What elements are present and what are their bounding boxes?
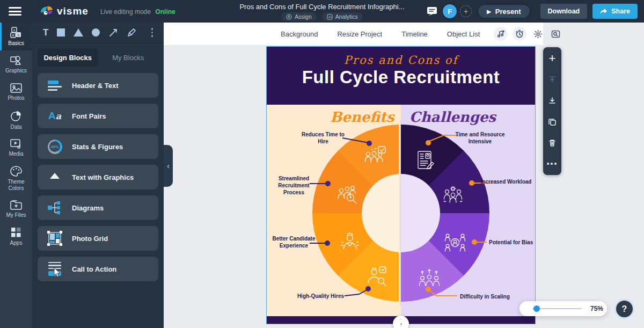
zoom-slider[interactable] — [532, 308, 582, 309]
block-stats-and-figures[interactable]: 40% Stats & Figures — [38, 134, 158, 159]
assign-person-icon — [286, 14, 292, 20]
object-actions-toolbar: + ••• — [543, 47, 561, 175]
sidebar-label: Graphics — [5, 68, 27, 74]
block-label: Stats & Figures — [72, 143, 123, 151]
sidebar-item-data[interactable]: Data — [0, 106, 32, 134]
visme-logo[interactable]: visme — [40, 5, 89, 17]
triangle-tool-icon[interactable] — [74, 28, 83, 37]
design-blocks-list: Header & Text Aa Font Pairs 40% Stats & … — [38, 73, 158, 281]
center-divider — [400, 121, 401, 306]
preview-search-icon[interactable] — [549, 27, 562, 40]
bias-people-icon — [443, 231, 467, 254]
design-panel: T Design Blocks My Blocks Header & Text … — [32, 23, 164, 328]
sidebar-item-graphics[interactable]: Graphics — [0, 50, 32, 78]
panel-collapse-chevron-icon[interactable]: ‹ — [164, 145, 173, 187]
block-call-to-action[interactable]: Call to Action — [38, 257, 158, 281]
top-bar: visme Live editing mode Online Pros and … — [0, 0, 644, 23]
infographic-eyebrow[interactable]: Pros and Cons of — [267, 54, 535, 67]
pros-cons-donut-chart[interactable] — [312, 125, 489, 302]
block-header-and-text[interactable]: Header & Text — [38, 73, 158, 98]
user-avatar[interactable]: F — [443, 4, 457, 18]
challenge-label[interactable]: Difficulty in Scaling — [460, 293, 510, 300]
add-object-button[interactable]: + — [546, 52, 559, 65]
duplicate-button[interactable] — [546, 115, 559, 128]
block-photo-grid[interactable]: Photo Grid — [38, 226, 158, 251]
play-icon: ▶ — [487, 9, 491, 14]
sidebar-item-photos[interactable]: Photos — [0, 78, 32, 106]
help-button[interactable]: ? — [614, 299, 634, 319]
tab-my-blocks[interactable]: My Blocks — [98, 48, 159, 67]
assign-button[interactable]: Assign — [281, 12, 317, 21]
infographic-title[interactable]: Full Cycle Recruitment — [267, 67, 535, 88]
challenges-heading[interactable]: Challenges — [409, 109, 490, 125]
shapes-icon — [10, 55, 22, 65]
sidebar-item-basics[interactable]: ABC Basics — [0, 23, 32, 50]
scaling-people-icon — [418, 267, 441, 291]
challenge-label[interactable]: Potential for Bias — [489, 239, 533, 246]
more-actions-icon[interactable]: ••• — [546, 157, 559, 170]
benefit-label[interactable]: Better Candidate Experience — [268, 235, 319, 249]
music-plus-icon[interactable] — [494, 27, 508, 41]
svg-text:B: B — [12, 34, 14, 37]
challenge-label[interactable]: Increased Workload — [477, 178, 535, 185]
benefit-label[interactable]: Streamlined Recruitment Process — [268, 175, 319, 196]
zoom-slider-thumb[interactable] — [533, 305, 540, 312]
sidebar-label: My Files — [6, 212, 26, 218]
block-label: Text with Graphics — [72, 173, 134, 181]
tab-design-blocks[interactable]: Design Blocks — [38, 48, 98, 67]
text-tool-icon[interactable]: T — [43, 27, 48, 38]
zoom-percentage: 75% — [590, 305, 603, 312]
challenge-label[interactable]: Time and Resource Intensive — [449, 131, 511, 145]
chevron-up-icon: ˆ — [400, 318, 402, 323]
square-tool-icon[interactable] — [57, 28, 65, 37]
timer-icon[interactable] — [513, 27, 526, 41]
background-link[interactable]: Background — [281, 30, 318, 38]
benefit-label[interactable]: High-Quality Hires — [290, 293, 352, 300]
team-search-icon: ? — [336, 183, 360, 206]
infographic-header[interactable]: Pros and Cons of Full Cycle Recruitment — [267, 47, 535, 105]
present-button[interactable]: ▶ Present — [477, 4, 530, 19]
benefits-heading[interactable]: Benefits — [322, 109, 402, 125]
hamburger-menu-icon[interactable] — [9, 7, 21, 16]
move-up-button[interactable] — [546, 73, 559, 86]
comments-icon[interactable] — [427, 6, 437, 16]
pen-tool-icon[interactable] — [127, 28, 136, 38]
move-down-button[interactable] — [546, 94, 559, 107]
delete-button[interactable] — [546, 136, 559, 149]
sidebar-item-theme-colors[interactable]: Theme Colors — [0, 162, 32, 195]
sidebar-item-my-files[interactable]: My Files — [0, 195, 32, 223]
share-button[interactable]: Share — [592, 4, 638, 19]
download-button[interactable]: Download — [540, 4, 588, 19]
sidebar-label: Media — [9, 151, 23, 157]
benefit-label[interactable]: Reduces Time to Hire — [296, 131, 350, 145]
infographic-canvas[interactable]: Pros and Cons of Full Cycle Recruitment … — [267, 47, 535, 324]
block-font-pairs[interactable]: Aa Font Pairs — [38, 104, 158, 128]
block-label: Header & Text — [72, 82, 118, 90]
settings-gear-icon[interactable] — [531, 27, 544, 40]
resize-project-link[interactable]: Resize Project — [337, 30, 382, 38]
pie-chart-icon — [10, 110, 22, 122]
canvas-resize-handle[interactable]: ˆˇ — [393, 316, 409, 328]
circle-tool-icon[interactable] — [92, 28, 100, 37]
block-diagrams[interactable]: Diagrams — [38, 195, 158, 220]
timeline-link[interactable]: Timeline — [401, 30, 428, 38]
sidebar-label: Theme Colors — [1, 179, 31, 191]
apps-grid-icon — [11, 227, 21, 238]
more-tools-icon[interactable] — [151, 28, 153, 37]
sidebar-label: Photos — [8, 95, 24, 101]
sidebar-item-media[interactable]: Media — [0, 134, 32, 162]
canvas-toolbar: Background Resize Project Timeline Objec… — [164, 23, 543, 46]
arrow-tool-icon[interactable] — [108, 28, 118, 38]
cta-icon — [46, 262, 63, 276]
document-title[interactable]: Pros and Cons of Full Cycle Recruitment … — [182, 3, 462, 11]
object-list-link[interactable]: Object List — [447, 30, 480, 38]
share-arrow-icon — [600, 8, 608, 14]
svg-text:C: C — [18, 33, 20, 37]
quality-hire-icon — [365, 265, 389, 289]
block-text-with-graphics[interactable]: Text with Graphics — [38, 165, 158, 189]
block-label: Font Pairs — [72, 112, 106, 120]
sidebar-item-apps[interactable]: Apps — [0, 223, 32, 251]
analytics-button[interactable]: Analytics — [322, 12, 363, 21]
sidebar-label: Apps — [10, 240, 23, 246]
add-collaborator-button[interactable]: + — [460, 5, 472, 17]
